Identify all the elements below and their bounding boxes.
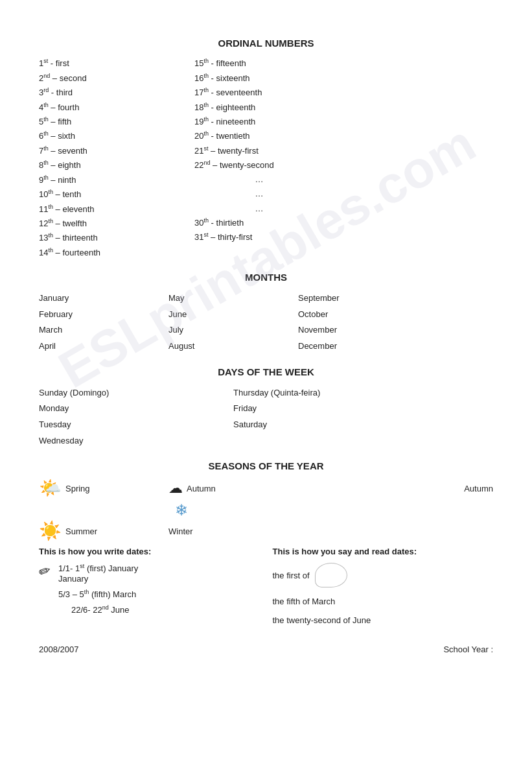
dates-write-title: This is how you write dates: [39, 547, 260, 556]
date-say-3: the twenty-second of June [273, 615, 371, 625]
seasons-title: SEASONS OF THE YEAR [39, 460, 493, 471]
footer: 2008/2007 School Year : [39, 645, 493, 654]
autumn-label: Autumn [187, 484, 216, 493]
dates-write: This is how you write dates: ✏ 1/1- 1st … [39, 547, 260, 625]
autumn-right-item: Autumn [464, 484, 493, 493]
date-write-1: 1/1- 1st (first) January [58, 563, 138, 573]
spring-icon: 🌤️ [39, 479, 62, 497]
ordinal-left-col: 1st - first 2nd – second 3rd - third 4th… [39, 56, 168, 260]
date-write-row3: 22/6- 22nd June [71, 604, 260, 615]
days-title: DAYS OF THE WEEK [39, 366, 493, 377]
pencil-icon: ✏ [36, 562, 53, 582]
footer-year: 2008/2007 [39, 645, 78, 654]
months-col2: May June July August [168, 290, 298, 355]
date-write-3: 22/6- 22nd June [71, 604, 260, 615]
date-write-2: 5/3 – 5th (fifth) March [58, 589, 260, 599]
ordinal-numbers-title: ORDINAL NUMBERS [39, 38, 493, 49]
summer-label: Summer [65, 527, 97, 536]
date-say-row3: the twenty-second of June [273, 615, 494, 625]
winter-item: Winter [168, 527, 298, 536]
date-say-row1: the first of [273, 563, 494, 587]
speech-bubble-1 [315, 563, 347, 587]
days-col1: Sunday (Domingo) Monday Tuesday Wednesda… [39, 385, 233, 449]
footer-school: School Year : [443, 645, 493, 654]
cloud-autumn-icon: ☁ [168, 480, 183, 497]
seasons-container: 🌤️ Spring ☁ Autumn Autumn ❄ ☀️ Summer Wi… [39, 479, 493, 540]
winter-icon-item: ❄ [168, 501, 298, 519]
spring-label: Spring [65, 484, 90, 493]
dates-section: This is how you write dates: ✏ 1/1- 1st … [39, 547, 493, 625]
date-write-1-note: January [58, 574, 138, 584]
months-col1: January February March April [39, 290, 168, 355]
dates-say-title: This is how you say and read dates: [273, 547, 494, 556]
summer-item: ☀️ Summer [39, 522, 168, 540]
spring-item: 🌤️ Spring [39, 479, 168, 497]
date-write-row2: 5/3 – 5th (fifth) March [58, 589, 260, 599]
dates-say: This is how you say and read dates: the … [273, 547, 494, 625]
date-say-2: the fifth of March [273, 597, 336, 606]
seasons-row3: ☀️ Summer Winter [39, 522, 493, 540]
days-section: Sunday (Domingo) Monday Tuesday Wednesda… [39, 385, 493, 449]
days-col2: Thursday (Quinta-feira) Friday Saturday [233, 385, 428, 449]
date-write-row1: ✏ 1/1- 1st (first) January January [39, 563, 260, 583]
months-section: January February March April May June Ju… [39, 290, 493, 355]
autumn-item: ☁ Autumn [168, 480, 298, 497]
ordinal-right-col: 15th - fifteenth 16th - sixteenth 17th -… [194, 56, 324, 260]
ordinal-section: 1st - first 2nd – second 3rd - third 4th… [39, 56, 493, 260]
months-col3: September October November December [298, 290, 428, 355]
months-title: MONTHS [39, 272, 493, 283]
snowflake-icon: ❄ [175, 501, 188, 519]
winter-label: Winter [168, 527, 193, 536]
date-say-row2: the fifth of March [273, 597, 494, 606]
seasons-row2: ❄ [39, 501, 493, 519]
summer-icon: ☀️ [39, 522, 62, 540]
seasons-row1: 🌤️ Spring ☁ Autumn Autumn [39, 479, 493, 497]
autumn-right-label: Autumn [464, 484, 493, 493]
date-say-1: the first of [273, 571, 310, 580]
